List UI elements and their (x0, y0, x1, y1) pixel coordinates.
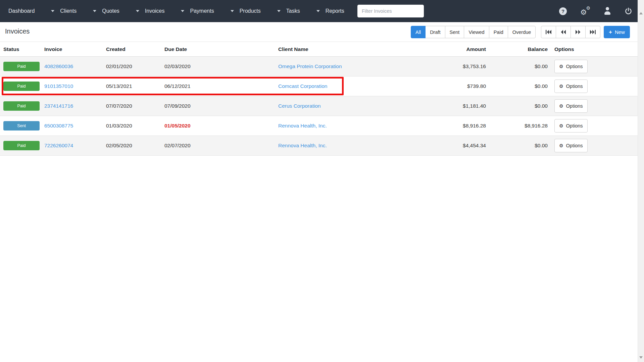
chevron-down-icon (231, 10, 234, 12)
client-name-link[interactable]: Omega Protein Corporation (278, 63, 342, 69)
status-badge[interactable]: Paid (3, 62, 40, 71)
main-menu: Dashboard Clients Quotes Invoices Paymen… (8, 0, 361, 22)
nav-item-products[interactable]: Products (231, 8, 261, 14)
nav-label: Products (240, 8, 261, 14)
table-row: Paid 2374141716 07/07/2020 07/09/2020 Ce… (0, 96, 638, 116)
column-header-invoice: Invoice (41, 46, 103, 52)
amount-value: $8,916.28 (385, 123, 489, 129)
nav-label: Payments (190, 8, 214, 14)
status-badge[interactable]: Paid (3, 101, 40, 111)
last-page-button[interactable] (585, 26, 600, 38)
filter-tab-overdue[interactable]: Overdue (508, 26, 536, 38)
invoice-number-link[interactable]: 9101357010 (44, 83, 73, 89)
options-button[interactable]: ⚙Options (554, 119, 588, 133)
status-filter-group: All Draft Sent Viewed Paid Overdue (411, 26, 536, 38)
filter-tab-viewed[interactable]: Viewed (464, 26, 489, 38)
options-label: Options (566, 64, 583, 69)
options-label: Options (566, 84, 583, 89)
options-button[interactable]: ⚙Options (554, 139, 588, 152)
nav-item-invoices[interactable]: Invoices (136, 8, 165, 14)
balance-value: $0.00 (489, 83, 551, 89)
chevron-down-icon (316, 10, 320, 12)
invoice-number-link[interactable]: 7226260074 (44, 143, 73, 148)
created-date: 02/01/2020 (103, 63, 161, 69)
nav-label: Tasks (286, 8, 300, 14)
skip-first-icon (546, 30, 551, 34)
gear-icon: ⚙ (559, 123, 563, 128)
new-invoice-button[interactable]: + New (604, 26, 630, 38)
options-button[interactable]: ⚙Options (554, 80, 588, 93)
invoice-number-link[interactable]: 4082860036 (44, 63, 73, 69)
pagination-group (541, 26, 600, 38)
filter-tab-sent[interactable]: Sent (445, 26, 464, 38)
column-header-options: Options (551, 46, 638, 52)
nav-label: Dashboard (8, 8, 35, 14)
vertical-scrollbar[interactable] (638, 0, 644, 362)
logout-power-icon[interactable] (625, 7, 632, 15)
table-row: Sent 6500308775 01/03/2020 01/05/2020 Re… (0, 116, 638, 136)
balance-value: $0.00 (489, 143, 551, 149)
due-date: 02/07/2020 (161, 143, 275, 149)
nav-item-clients[interactable]: Clients (51, 8, 77, 14)
balance-value: $0.00 (489, 63, 551, 69)
balance-value: $8,916.28 (489, 123, 551, 129)
client-name-link[interactable]: Rennova Health, Inc. (278, 143, 327, 148)
gear-icon: ⚙ (559, 64, 563, 69)
chevron-down-icon (277, 10, 281, 12)
user-profile-icon[interactable] (604, 7, 611, 15)
nav-item-tasks[interactable]: Tasks (277, 8, 300, 14)
scroll-down-arrow-icon[interactable] (639, 356, 643, 359)
due-date: 02/03/2020 (161, 63, 275, 69)
options-label: Options (566, 143, 583, 148)
due-date: 07/09/2020 (161, 103, 275, 109)
column-header-amount: Amount (385, 46, 489, 52)
amount-value: $739.80 (385, 83, 489, 89)
invoice-number-link[interactable]: 6500308775 (44, 123, 73, 128)
chevron-down-icon (181, 10, 184, 12)
client-name-link[interactable]: Rennova Health, Inc. (278, 123, 327, 128)
created-date: 07/07/2020 (103, 103, 161, 109)
options-button[interactable]: ⚙Options (554, 99, 588, 113)
top-navbar: Dashboard Clients Quotes Invoices Paymen… (0, 0, 644, 22)
page-title: Invoices (5, 28, 30, 35)
balance-value: $0.00 (489, 103, 551, 109)
new-button-label: New (615, 29, 625, 35)
filter-tab-all[interactable]: All (411, 26, 426, 38)
options-label: Options (566, 123, 583, 128)
first-page-button[interactable] (541, 26, 556, 38)
chevron-down-icon (93, 10, 96, 12)
status-badge[interactable]: Paid (3, 141, 40, 150)
client-name-link[interactable]: Cerus Corporation (278, 103, 321, 109)
previous-page-button[interactable] (556, 26, 571, 38)
scroll-up-arrow-icon[interactable] (639, 12, 643, 14)
table-row: Paid 7226260074 02/05/2020 02/07/2020 Re… (0, 136, 638, 156)
nav-item-reports[interactable]: Reports (316, 8, 344, 14)
status-badge[interactable]: Sent (3, 121, 40, 131)
help-icon[interactable] (559, 7, 567, 15)
nav-item-quotes[interactable]: Quotes (93, 8, 119, 14)
nav-item-dashboard[interactable]: Dashboard (8, 8, 35, 14)
filter-invoices-input[interactable] (357, 5, 424, 17)
options-button[interactable]: ⚙Options (554, 60, 588, 73)
nav-item-payments[interactable]: Payments (181, 8, 214, 14)
nav-label: Clients (60, 8, 77, 14)
invoice-number-link[interactable]: 2374141716 (44, 103, 73, 109)
created-date: 05/13/2021 (103, 83, 161, 89)
client-name-link[interactable]: Comcast Corporation (278, 83, 327, 89)
filter-tab-draft[interactable]: Draft (425, 26, 445, 38)
column-header-client-name: Client Name (275, 46, 385, 52)
settings-gears-icon[interactable]: ⚙⚙ (580, 7, 590, 15)
amount-value: $3,753.16 (385, 63, 489, 69)
status-badge[interactable]: Paid (3, 82, 40, 91)
nav-label: Invoices (145, 8, 165, 14)
options-label: Options (566, 103, 583, 109)
chevron-down-icon (136, 10, 139, 12)
gear-icon: ⚙ (559, 143, 563, 148)
rewind-icon (561, 30, 566, 34)
filter-tab-paid[interactable]: Paid (489, 26, 508, 38)
table-row: Paid 4082860036 02/01/2020 02/03/2020 Om… (0, 57, 638, 76)
column-header-status: Status (0, 46, 41, 52)
amount-value: $4,454.34 (385, 143, 489, 149)
fast-forward-icon (576, 30, 581, 34)
next-page-button[interactable] (571, 26, 586, 38)
